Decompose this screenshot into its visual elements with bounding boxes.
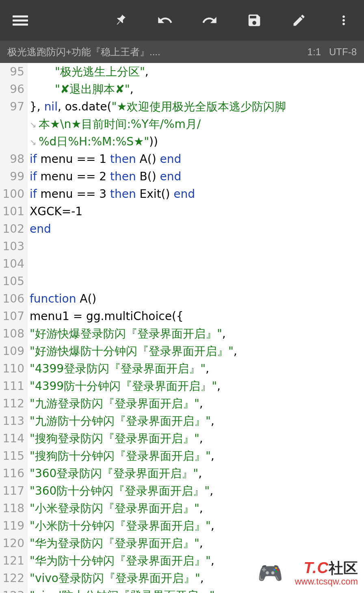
menu-icon[interactable] xyxy=(12,12,28,28)
save-icon[interactable] xyxy=(246,12,262,28)
toolbar xyxy=(0,0,364,41)
watermark-logo: 🎮 xyxy=(258,561,283,585)
cursor-position: 1:1 xyxy=(308,46,321,57)
edit-icon[interactable] xyxy=(291,12,307,28)
undo-icon[interactable] xyxy=(157,12,173,28)
filename[interactable]: 极光逃跑防闪+功能『稳上王者』.... xyxy=(7,45,160,58)
code-editor[interactable]: 9596979899100101102103104105106107108109… xyxy=(0,63,364,593)
code-content[interactable]: "极光逃生上分区","✘退出脚本✘",}, nil, os.date("★欢迎使… xyxy=(28,63,364,593)
status-bar: 极光逃跑防闪+功能『稳上王者』.... 1:1 UTF-8 xyxy=(0,41,364,63)
line-gutter: 9596979899100101102103104105106107108109… xyxy=(0,63,28,593)
encoding: UTF-8 xyxy=(329,46,357,57)
pin-icon[interactable] xyxy=(112,12,128,28)
watermark: T.C社区 www.tcsqw.com xyxy=(295,558,358,587)
more-icon[interactable] xyxy=(336,12,352,28)
redo-icon[interactable] xyxy=(202,12,218,28)
